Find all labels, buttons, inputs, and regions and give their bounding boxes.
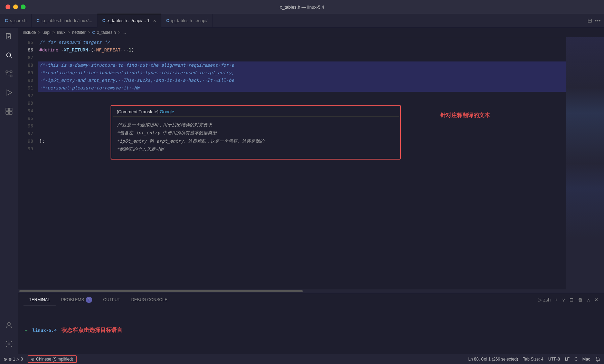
code-line-91: ·*·personal·pleasure·to·remove·it·-HW [38, 84, 566, 92]
tab-debug-console[interactable]: DEBUG CONSOLE [126, 293, 173, 306]
comment-text: ·*·containing·all·the·fundamental·data·t… [39, 70, 234, 75]
chevron-up-icon: ∧ [587, 297, 590, 303]
translated-line-4: *删除它的个人乐趣-HW [117, 145, 395, 153]
language-selector[interactable]: ⊕ Chinese (Simplified) [28, 355, 76, 363]
svg-rect-7 [9, 108, 12, 111]
svg-point-11 [8, 343, 10, 345]
split-down-icon: ∨ [562, 297, 565, 303]
line-ending[interactable]: LF [565, 357, 570, 362]
window-controls [6, 4, 26, 9]
code-line-92 [38, 92, 566, 99]
close-panel-button[interactable]: ✕ [594, 297, 598, 303]
tab-label: s_core.h [10, 18, 27, 23]
close-button[interactable] [6, 4, 10, 9]
tab-size[interactable]: Tab Size: 4 [523, 357, 543, 362]
run-debug-icon[interactable] [3, 86, 15, 99]
minimap[interactable] [566, 37, 604, 289]
terminal-shell-selector[interactable]: ▷ zsh [538, 297, 551, 303]
layout-panel-button[interactable]: ⊟ [569, 297, 574, 303]
split-terminal-button[interactable]: ∨ [562, 297, 565, 303]
terminal-content: → linux-5.4 状态栏点击选择目标语言 [18, 306, 604, 354]
tab-output[interactable]: OUTPUT [98, 293, 126, 306]
c-file-icon: C [5, 18, 8, 23]
account-icon[interactable] [3, 319, 15, 332]
encoding[interactable]: UTF-8 [548, 357, 560, 362]
delete-terminal-button[interactable]: 🗑 [578, 297, 583, 303]
source-control-icon[interactable] [3, 68, 15, 80]
close-icon: ✕ [594, 297, 598, 303]
breadcrumb-linux[interactable]: linux [57, 30, 66, 35]
svg-point-2 [6, 71, 8, 73]
tab-label: ip_tables.h .../uapi/ [171, 18, 208, 23]
translated-line-3: *ip6t_entry 和 arpt_entry。这很糟糕，这是一个黑客。这将是… [117, 137, 395, 145]
code-text: }; [39, 138, 45, 144]
minimize-button[interactable] [13, 4, 18, 9]
extensions-icon[interactable] [3, 105, 15, 117]
tab-problems[interactable]: PROBLEMS 1 [56, 293, 98, 306]
breadcrumb-include[interactable]: include [23, 30, 36, 35]
maximize-panel-button[interactable]: ∧ [587, 297, 590, 303]
split-editor-icon[interactable]: ⊟ [587, 17, 592, 24]
comment-annotation: 针对注释翻译的文本 [440, 112, 490, 119]
code-line-88: /*·this·is·a·dummy·structure·to·find·out… [38, 61, 566, 69]
main-area: include > uapi > linux > netfilter > C x… [0, 28, 604, 354]
tab-problems-label: PROBLEMS [61, 297, 84, 302]
settings-icon[interactable] [3, 338, 15, 350]
translation-popup: [Comment Translate] Google /*这是一个虚拟结构，用于… [111, 105, 401, 160]
terminal-panel: TERMINAL PROBLEMS 1 OUTPUT DEBUG CONSOLE… [18, 293, 604, 354]
remote-status[interactable]: ⊗ ⊗ 1 △ 0 [3, 357, 23, 362]
shell-label: zsh [543, 297, 551, 303]
breadcrumb-uapi[interactable]: uapi [43, 30, 50, 35]
breadcrumb: include > uapi > linux > netfilter > C x… [18, 28, 604, 37]
svg-point-3 [10, 75, 12, 77]
remote-icon: ⊗ [3, 357, 7, 362]
svg-point-10 [8, 323, 10, 325]
popup-body: /*这是一个虚拟结构，用于找出结构的对齐要求 *包含在 ipt_entry 中使… [111, 117, 400, 159]
activity-bar [0, 28, 18, 354]
svg-rect-9 [9, 112, 12, 114]
maximize-button[interactable] [21, 4, 26, 9]
problems-badge: 1 [86, 297, 92, 303]
breadcrumb-netfilter[interactable]: netfilter [72, 30, 85, 35]
line-num: 88 [18, 61, 38, 69]
svg-point-4 [10, 71, 12, 73]
breadcrumb-sep: > [53, 30, 55, 35]
scrollbar-thumb[interactable] [19, 290, 303, 292]
breadcrumb-more[interactable]: ... [123, 30, 126, 35]
layout-icon: ⊟ [569, 297, 574, 303]
comment-text: ·*·personal·pleasure·to·remove·it·-HW [39, 85, 140, 90]
google-translate-link[interactable]: Google [160, 109, 174, 114]
code-content[interactable]: /* for standard targets */ #define ·XT_R… [38, 37, 566, 289]
tab-ip-tables-2[interactable]: C ip_tables.h .../uapi/ [161, 14, 213, 28]
line-num: 93 [18, 99, 38, 107]
tab-x-tables[interactable]: C x_tables.h .../uapi/... 1 ✕ [97, 14, 161, 28]
close-tab-icon[interactable]: ✕ [153, 19, 156, 23]
code-line-90: ·*·ip6t_entry·and·arpt_entry.··This·suck… [38, 77, 566, 84]
line-num: 90 [18, 77, 38, 84]
line-num: 91 [18, 84, 38, 92]
globe-icon: ⊕ [31, 357, 35, 362]
more-tabs-icon[interactable]: ••• [595, 18, 601, 24]
tab-s-core[interactable]: C s_core.h [0, 14, 32, 28]
notifications-icon[interactable] [595, 356, 601, 362]
terminal-icon: ▷ [538, 297, 542, 303]
breadcrumb-sep: > [118, 30, 120, 35]
platform[interactable]: Mac [582, 357, 590, 362]
popup-header: [Comment Translate] Google [111, 106, 400, 116]
horizontal-scrollbar[interactable] [18, 289, 604, 293]
svg-rect-8 [6, 112, 9, 114]
trash-icon: 🗑 [578, 297, 583, 303]
language-id[interactable]: C [575, 357, 578, 362]
cursor-position[interactable]: Ln 88, Col 1 (266 selected) [468, 357, 518, 362]
tab-ip-tables[interactable]: C ip_tables.h include/linux/... [32, 14, 97, 28]
files-icon[interactable] [3, 30, 15, 43]
add-terminal-button[interactable]: + [555, 297, 558, 303]
tab-terminal[interactable]: TERMINAL [23, 293, 56, 306]
line-num: 95 [18, 115, 38, 122]
comment-text: /* for standard targets */ [39, 40, 110, 45]
breadcrumb-file[interactable]: x_tables.h [97, 30, 116, 35]
svg-marker-5 [7, 90, 12, 95]
code-line-85: /* for standard targets */ [38, 39, 566, 46]
search-icon[interactable] [3, 49, 15, 61]
popup-header-prefix: [Comment Translate] [117, 109, 160, 114]
